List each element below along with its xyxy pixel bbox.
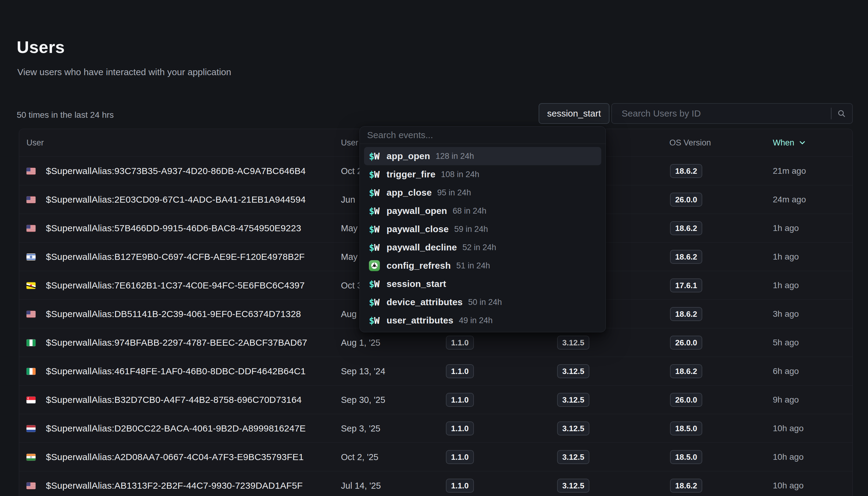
event-count: 128 in 24h [435,152,474,161]
user-since-date: Sep 13, '24 [341,357,385,386]
app-version-badge-cell: 1.1.0 [446,414,474,443]
superwall-event-icon: $W [369,297,383,308]
os-version-badge-cell: 26.0.0 [670,386,702,414]
country-flag-icon [27,386,36,414]
app-version-badge: 1.1.0 [446,336,474,350]
user-alias: $SuperwallAlias:2E03CD09-67C1-4ADC-BA41-… [46,185,306,214]
sdk-version-badge-cell: 3.12.5 [557,328,590,357]
event-name: app_close [387,187,432,198]
os-version-badge-cell: 18.6.2 [670,357,702,386]
user-alias: $SuperwallAlias:7E6162B1-1C37-4C0E-94FC-… [46,271,305,300]
app-version-badge-cell: 1.1.0 [446,471,474,496]
user-alias: $SuperwallAlias:A2D08AA7-0667-4C04-A7F3-… [46,443,304,471]
column-header-when[interactable]: When [773,129,807,156]
country-flag-icon [27,185,36,214]
superwall-event-icon: $W [369,206,383,216]
user-alias: $SuperwallAlias:93C73B35-A937-4D20-86DB-… [46,157,306,185]
event-count: 50 in 24h [468,298,502,307]
country-flag-icon [27,271,36,300]
event-option-app_open[interactable]: $Wapp_open128 in 24h [364,147,601,165]
event-name: config_refresh [387,261,451,271]
chevron-down-icon [798,138,807,147]
event-count: 51 in 24h [456,261,490,270]
app-version-badge-cell: 1.1.0 [446,386,474,414]
event-option-session_start[interactable]: $Wsession_start [364,275,601,293]
sdk-version-badge-cell: 3.12.5 [557,471,590,496]
event-name: user_attributes [387,315,453,326]
table-row[interactable]: $SuperwallAlias:974BFABB-2297-4787-BEEC-… [19,328,852,357]
when-value: 1h ago [773,243,799,271]
user-alias: $SuperwallAlias:B127E9B0-C697-4CFB-AE9E-… [46,243,305,271]
os-version-badge: 26.0.0 [670,336,702,350]
country-flag-icon [27,328,36,357]
sdk-version-badge: 3.12.5 [557,393,590,407]
search-icon[interactable] [837,109,846,118]
superwall-event-icon: $W [369,151,383,161]
app-version-badge: 1.1.0 [446,421,474,435]
os-version-badge: 18.6.2 [670,250,702,264]
os-version-badge: 17.6.1 [670,278,702,292]
table-row[interactable]: $SuperwallAlias:D2B0CC22-BACA-4061-9B2D-… [19,414,852,443]
event-option-config_refresh[interactable]: config_refresh51 in 24h [364,257,601,275]
country-flag-icon [27,443,36,471]
event-count: 49 in 24h [459,316,493,325]
when-value: 6h ago [773,357,799,386]
app-version-badge-cell: 1.1.0 [446,443,474,471]
event-name: paywall_decline [387,242,457,252]
table-row[interactable]: $SuperwallAlias:AB1313F2-2B2F-44C7-9930-… [19,471,852,496]
os-version-badge: 26.0.0 [670,192,702,207]
os-version-badge-cell: 26.0.0 [670,185,702,214]
sdk-version-badge: 3.12.5 [557,450,590,464]
event-option-trigger_fire[interactable]: $Wtrigger_fire108 in 24h [364,165,601,184]
search-users-input[interactable] [612,104,831,123]
event-name: app_open [387,151,430,161]
search-events-input[interactable] [360,130,606,140]
event-count: 52 in 24h [462,243,496,252]
event-filter-button[interactable]: session_start [539,103,610,124]
country-flag-icon [27,300,36,328]
os-version-badge: 18.6.2 [670,307,702,321]
search-users-box [611,103,853,124]
event-option-user_attributes[interactable]: $Wuser_attributes49 in 24h [364,311,601,329]
events-dropdown-list: $Wapp_open128 in 24h$Wtrigger_fire108 in… [360,144,606,332]
table-row[interactable]: $SuperwallAlias:A2D08AA7-0667-4C04-A7F3-… [19,443,852,471]
app-version-badge: 1.1.0 [446,364,474,378]
table-row[interactable]: $SuperwallAlias:461F48FE-1AF0-46B0-8DBC-… [19,357,852,385]
superwall-event-icon: $W [369,279,383,289]
user-since-date: Jul 14, '25 [341,471,381,496]
os-version-badge-cell: 18.5.0 [670,414,702,443]
app-version-badge-cell: 1.1.0 [446,357,474,386]
user-alias: $SuperwallAlias:AB1313F2-2B2F-44C7-9930-… [46,471,303,496]
event-option-paywall_close[interactable]: $Wpaywall_close59 in 24h [364,220,601,238]
user-alias: $SuperwallAlias:B32D7CB0-A4F7-44B2-8758-… [46,386,302,414]
when-value: 3h ago [773,300,799,328]
when-value: 21m ago [773,157,806,185]
event-name: device_attributes [387,297,463,307]
event-count-summary: 50 times in the last 24 hrs [17,110,114,120]
os-version-badge: 26.0.0 [670,393,702,407]
os-version-badge: 18.5.0 [670,421,702,435]
table-row[interactable]: $SuperwallAlias:B32D7CB0-A4F7-44B2-8758-… [19,385,852,414]
os-version-badge: 18.6.2 [670,221,702,235]
country-flag-icon [27,471,36,496]
sdk-version-badge: 3.12.5 [557,336,590,350]
event-option-paywall_decline[interactable]: $Wpaywall_decline52 in 24h [364,238,601,257]
user-since-date: May [341,243,358,271]
superwall-event-icon: $W [369,169,383,180]
superwall-event-icon: $W [369,224,383,235]
event-option-device_attributes[interactable]: $Wdevice_attributes50 in 24h [364,293,601,311]
event-option-paywall_open[interactable]: $Wpaywall_open68 in 24h [364,202,601,220]
superwall-event-icon: $W [369,242,383,253]
country-flag-icon [27,214,36,243]
user-since-date: Oct 2, '25 [341,443,378,471]
app-version-badge: 1.1.0 [446,393,474,407]
config-app-icon [369,260,383,271]
country-flag-icon [27,357,36,386]
os-version-badge-cell: 26.0.0 [670,328,702,357]
sdk-version-badge-cell: 3.12.5 [557,357,590,386]
user-alias: $SuperwallAlias:DB51141B-2C39-4061-9EF0-… [46,300,301,328]
event-name: trigger_fire [387,169,435,180]
os-version-badge-cell: 18.6.2 [670,471,702,496]
sdk-version-badge: 3.12.5 [557,479,590,493]
event-option-app_close[interactable]: $Wapp_close95 in 24h [364,184,601,202]
